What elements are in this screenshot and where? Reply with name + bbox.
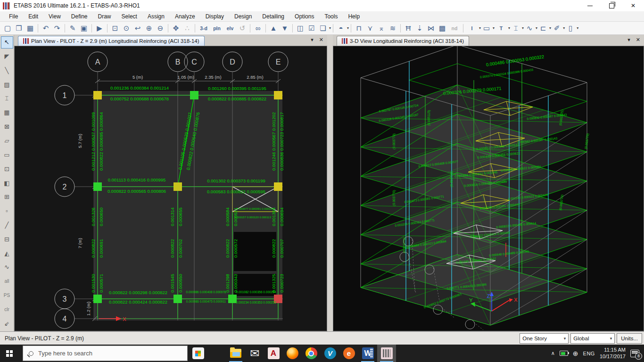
- object-shrink-icon[interactable]: ❏: [318, 23, 328, 33]
- point-load-icon[interactable]: ⇣: [414, 23, 425, 33]
- elevation-view-button[interactable]: elv: [224, 23, 236, 33]
- taskbar-autocad-icon[interactable]: A: [264, 345, 283, 362]
- window-select-icon[interactable]: ◫: [295, 23, 305, 33]
- design-detailing-icon-caret[interactable]: ▾: [563, 26, 565, 30]
- design-shear-wall-icon[interactable]: ⊏: [538, 23, 548, 33]
- move-story-down-icon[interactable]: ▼: [280, 23, 290, 33]
- new-model-icon[interactable]: ▢: [2, 23, 13, 33]
- view-3d-button[interactable]: 3-d: [198, 23, 210, 33]
- draw-frame-icon[interactable]: ▨: [1, 78, 13, 90]
- design-composite-beam-icon[interactable]: T: [495, 23, 507, 33]
- wall-opening-icon[interactable]: ⊓: [354, 23, 364, 33]
- deck-icon[interactable]: ≋: [388, 23, 398, 33]
- set-display-options-icon[interactable]: ☑: [306, 23, 317, 33]
- draw-wall-stack-icon[interactable]: ⊞: [1, 191, 13, 203]
- menu-define[interactable]: Define: [66, 12, 93, 21]
- invert-selection-icon[interactable]: ⇙: [1, 317, 13, 329]
- walk-through-icon[interactable]: ∴: [182, 23, 192, 33]
- taskbar-firefox-icon[interactable]: [283, 345, 302, 362]
- view-3d-menu-caret-icon[interactable]: ▾: [627, 37, 630, 43]
- taskbar-word-icon[interactable]: W: [358, 345, 377, 362]
- rotate-view-icon[interactable]: ↺: [237, 23, 248, 33]
- redo-icon[interactable]: ↷: [52, 23, 62, 33]
- run-analysis-icon[interactable]: ▶: [94, 23, 105, 33]
- start-button[interactable]: [0, 345, 23, 362]
- battery-icon[interactable]: [560, 351, 568, 356]
- plan-view-tab[interactable]: Plan View - PILOT - Z = 2.9 (m) Longitud…: [18, 36, 205, 46]
- tray-chevron-icon[interactable]: ∧: [551, 350, 555, 356]
- draw-grid-icon[interactable]: ⊟: [1, 233, 13, 245]
- plan-view-close-icon[interactable]: ✕: [319, 37, 323, 43]
- taskbar-e-app-icon[interactable]: e: [339, 345, 358, 362]
- clock[interactable]: 11:15 AM 10/17/2017: [600, 347, 626, 360]
- menu-view[interactable]: View: [43, 12, 66, 21]
- draw-secondary-beam-icon[interactable]: ⊠: [1, 121, 13, 133]
- taskbar-chrome-icon[interactable]: [302, 345, 321, 362]
- design-steel-frame-icon-caret[interactable]: ▾: [479, 26, 481, 30]
- close-button[interactable]: ✕: [622, 0, 644, 11]
- design-steel-joist-icon-caret[interactable]: ▾: [536, 26, 537, 30]
- menu-select[interactable]: Select: [116, 12, 142, 21]
- save-icon[interactable]: ▦: [25, 23, 35, 33]
- move-story-up-icon[interactable]: ▲: [268, 23, 279, 33]
- design-composite-beam-icon-caret[interactable]: ▾: [508, 26, 510, 30]
- minimize-button[interactable]: [579, 0, 601, 11]
- clear-selection-button[interactable]: clr: [1, 303, 13, 315]
- draw-brace-icon[interactable]: ▦: [1, 107, 13, 119]
- menu-tools[interactable]: Tools: [319, 12, 343, 21]
- design-shear-wall-icon-caret[interactable]: ▾: [549, 26, 551, 30]
- design-concrete-frame-icon-caret[interactable]: ▾: [493, 26, 495, 30]
- taskbar-store-icon[interactable]: [189, 345, 207, 362]
- draw-door-icon[interactable]: ╱: [1, 219, 13, 231]
- design-composite-column-icon-caret[interactable]: ▾: [522, 26, 524, 30]
- network-globe-icon[interactable]: ⊕: [573, 350, 578, 357]
- draw-window-icon[interactable]: ▫: [1, 205, 13, 217]
- plan-view-canvas[interactable]: X ABCDE12345 (m)1.05 (m)2.35 (m)2.85 (m)…: [14, 46, 327, 331]
- nd-label[interactable]: nd: [448, 23, 461, 33]
- plan-view-button[interactable]: pln: [211, 23, 223, 33]
- restore-button[interactable]: [601, 0, 622, 11]
- taskbar-video-app-icon[interactable]: V: [321, 345, 339, 362]
- view-3d-close-icon[interactable]: ✕: [636, 37, 640, 43]
- taskbar-file-explorer-icon[interactable]: [226, 345, 245, 362]
- coordinate-system-selector[interactable]: Global▾: [570, 333, 615, 344]
- draw-wall-icon[interactable]: ◧: [1, 177, 13, 189]
- view-3d-canvas[interactable]: XYZ0.000486 0.000053 0.0003220.000374 0.…: [333, 46, 644, 331]
- taskbar-mail-icon[interactable]: ✉: [245, 345, 264, 362]
- taskbar-etabs-icon[interactable]: [377, 345, 396, 362]
- menu-detailing[interactable]: Detailing: [257, 12, 289, 21]
- draw-curve-icon[interactable]: ∿: [1, 261, 13, 273]
- zoom-in-icon[interactable]: ⊕: [144, 23, 154, 33]
- rubber-band-zoom-icon[interactable]: ⊡: [110, 23, 120, 33]
- edit-pencil-icon[interactable]: ✎: [67, 23, 78, 33]
- previous-zoom-icon[interactable]: ↩: [132, 23, 143, 33]
- draw-shape-icon[interactable]: ◓: [336, 23, 346, 33]
- previous-selection-button[interactable]: PS: [1, 289, 13, 302]
- view-3d-tab[interactable]: 3-D View Longitudinal Reinforcing (ACI 3…: [337, 36, 469, 46]
- draw-shape-icon-caret[interactable]: ▾: [347, 26, 349, 30]
- restore-full-view-icon[interactable]: ⊙: [121, 23, 132, 33]
- menu-draw[interactable]: Draw: [93, 12, 116, 21]
- reshape-object-icon[interactable]: ◤: [1, 50, 13, 63]
- design-concrete-frame-icon[interactable]: ▭: [481, 23, 492, 33]
- ramp-icon[interactable]: ⌅: [376, 23, 387, 33]
- draw-floor-icon[interactable]: ▱: [1, 135, 13, 147]
- notification-center-icon[interactable]: 8: [630, 350, 639, 357]
- design-composite-column-icon[interactable]: ⌶: [511, 23, 521, 33]
- zoom-out-icon[interactable]: ⊖: [155, 23, 165, 33]
- menu-file[interactable]: File: [4, 12, 23, 21]
- draw-rect-floor-icon[interactable]: ▭: [1, 149, 13, 161]
- select-all-button[interactable]: all: [1, 275, 13, 288]
- taskbar-search-input[interactable]: Type here to search: [23, 346, 188, 361]
- menu-edit[interactable]: Edit: [23, 12, 43, 21]
- lock-model-icon[interactable]: ▣: [79, 23, 89, 33]
- menu-design[interactable]: Design: [229, 12, 257, 21]
- design-steel-joist-icon[interactable]: ∿: [524, 23, 535, 33]
- open-file-icon[interactable]: ❒: [14, 23, 24, 33]
- menu-analyze[interactable]: Analyze: [170, 12, 200, 21]
- object-shrink-icon-caret[interactable]: ▾: [329, 26, 331, 30]
- draw-dimension-icon[interactable]: ◭: [1, 247, 13, 259]
- select-pointer-icon[interactable]: ↖: [1, 36, 13, 49]
- menu-help[interactable]: Help: [343, 12, 365, 21]
- design-slab-icon[interactable]: ▯: [565, 23, 576, 33]
